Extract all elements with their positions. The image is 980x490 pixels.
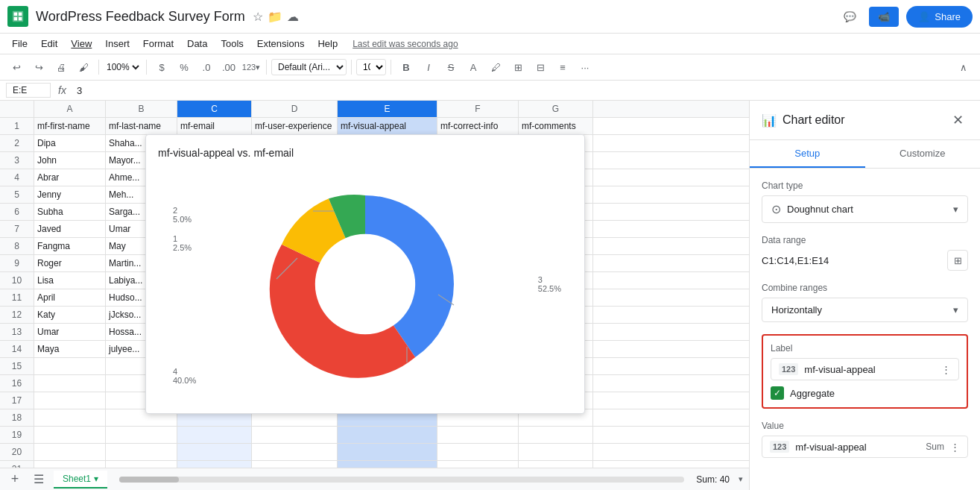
cell[interactable] (34, 358, 106, 374)
tab-setup[interactable]: Setup (750, 140, 865, 168)
cell[interactable] (519, 427, 593, 443)
cell[interactable] (34, 461, 106, 468)
aggregate-checkbox[interactable]: ✓ (771, 386, 784, 400)
cell[interactable]: Umar (34, 324, 106, 340)
more-button[interactable]: ··· (575, 57, 595, 78)
cell[interactable] (338, 461, 437, 468)
font-select[interactable]: Default (Ari... (271, 59, 347, 75)
star-icon[interactable]: ☆ (253, 10, 263, 24)
cell[interactable] (437, 444, 519, 460)
label-row[interactable]: 123 mf-visual-appeal ⋮ (771, 358, 959, 380)
value-row[interactable]: 123 mf-visual-appeal Sum ⋮ (762, 436, 968, 458)
chart-overlay[interactable]: mf-visual-appeal vs. mf-email 2 5.0% 1 2… (145, 134, 585, 414)
cell[interactable] (519, 444, 593, 460)
cell[interactable]: John (34, 152, 106, 169)
col-header-f[interactable]: F (437, 101, 519, 117)
tab-customize[interactable]: Customize (865, 140, 981, 168)
cell[interactable] (177, 427, 252, 443)
chart-type-selector[interactable]: ⊙ Doughnut chart ▾ (762, 195, 968, 223)
cell[interactable] (519, 461, 593, 468)
cell[interactable]: April (34, 289, 106, 306)
cell-b1[interactable]: mf-last-name (106, 118, 177, 134)
cell[interactable]: Dipa (34, 135, 106, 151)
cell-f1[interactable]: mf-correct-info (437, 118, 519, 134)
cell[interactable] (34, 375, 106, 392)
label-more-button[interactable]: ⋮ (941, 364, 951, 375)
borders-button[interactable]: ⊞ (508, 57, 528, 78)
cell[interactable]: Jenny (34, 186, 106, 203)
horizontal-scrollbar[interactable] (119, 477, 684, 483)
data-range-input[interactable] (762, 255, 941, 266)
cell[interactable] (338, 444, 437, 460)
share-button[interactable]: 👤 Share (906, 6, 973, 28)
text-color-button[interactable]: A (463, 57, 484, 78)
percent-button[interactable]: % (174, 57, 195, 78)
currency-button[interactable]: $ (151, 57, 172, 78)
cell[interactable]: Lisa (34, 272, 106, 289)
col-header-d[interactable]: D (252, 101, 338, 117)
cell[interactable]: Fangma (34, 238, 106, 254)
cell[interactable] (106, 461, 177, 468)
cell-e1[interactable]: mf-visual-appeal (338, 118, 437, 134)
cell[interactable] (34, 427, 106, 443)
meet-button[interactable]: 📹 (869, 7, 899, 27)
bold-button[interactable]: B (396, 57, 417, 78)
merge-button[interactable]: ⊟ (530, 57, 551, 78)
sum-dropdown[interactable]: ▾ (739, 474, 743, 484)
cell[interactable]: Abrar (34, 169, 106, 186)
cell[interactable] (34, 409, 106, 426)
cell[interactable]: Javed (34, 221, 106, 237)
cell[interactable] (177, 444, 252, 460)
menu-view[interactable]: View (65, 35, 98, 52)
menu-help[interactable]: Help (312, 35, 344, 52)
align-button[interactable]: ≡ (552, 57, 573, 78)
cell-d1[interactable]: mf-user-experience (252, 118, 338, 134)
menu-edit[interactable]: Edit (35, 35, 63, 52)
col-header-c[interactable]: C (177, 101, 252, 117)
combine-ranges-select[interactable]: Horizontally ▾ (762, 298, 968, 322)
cell[interactable]: Subha (34, 204, 106, 220)
menu-tools[interactable]: Tools (215, 35, 249, 52)
menu-extensions[interactable]: Extensions (251, 35, 311, 52)
cell[interactable] (177, 461, 252, 468)
cell-c1[interactable]: mf-email (177, 118, 252, 134)
cell[interactable] (106, 427, 177, 443)
zoom-select[interactable]: 100% (104, 61, 142, 73)
cell[interactable]: Roger (34, 255, 106, 271)
cloud-icon[interactable]: ☁ (287, 10, 299, 24)
cell[interactable]: Katy (34, 307, 106, 323)
decimal-dec-button[interactable]: .0 (196, 57, 217, 78)
collapse-button[interactable]: ∧ (953, 57, 974, 78)
decimal-inc-button[interactable]: .00 (218, 57, 239, 78)
value-more-button[interactable]: ⋮ (950, 442, 960, 453)
font-size-select[interactable]: 10 (356, 59, 386, 75)
cell[interactable] (338, 427, 437, 443)
cell[interactable] (252, 427, 338, 443)
cell[interactable] (106, 444, 177, 460)
scrollbar-thumb[interactable] (119, 477, 179, 483)
col-header-g[interactable]: G (519, 101, 593, 117)
print-button[interactable]: 🖨 (51, 57, 72, 78)
folder-icon[interactable]: 📁 (268, 10, 282, 24)
cell[interactable] (34, 444, 106, 460)
col-header-e[interactable]: E (338, 101, 437, 117)
cell[interactable]: Maya (34, 341, 106, 357)
close-chart-editor-button[interactable]: ✕ (947, 110, 968, 131)
col-header-b[interactable]: B (106, 101, 177, 117)
cell-ref-input[interactable] (6, 83, 51, 98)
data-range-grid-button[interactable]: ⊞ (947, 250, 968, 271)
cell[interactable] (437, 427, 519, 443)
cell[interactable] (437, 461, 519, 468)
cell[interactable] (252, 444, 338, 460)
cell[interactable] (252, 461, 338, 468)
sheets-menu-button[interactable]: ☰ (30, 471, 48, 489)
cell-g1[interactable]: mf-comments (519, 118, 593, 134)
sheet-tab-sheet1[interactable]: Sheet1 ▾ (54, 471, 107, 489)
menu-insert[interactable]: Insert (99, 35, 136, 52)
menu-file[interactable]: File (6, 35, 34, 52)
paint-format-button[interactable]: 🖌 (73, 57, 94, 78)
undo-button[interactable]: ↩ (6, 57, 27, 78)
cell[interactable] (34, 392, 106, 409)
add-sheet-button[interactable]: + (6, 471, 24, 489)
strikethrough-button[interactable]: S (440, 57, 461, 78)
